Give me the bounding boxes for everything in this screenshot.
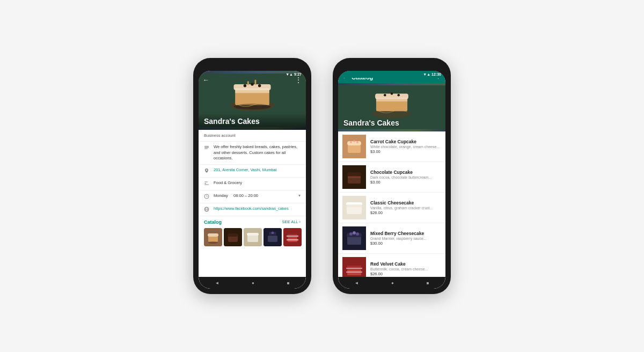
time-display: 9:27 [294,72,302,76]
item-name-4: Mixed Berry Cheesecake [370,231,441,236]
recents-nav-button-2[interactable]: ■ [427,281,429,285]
phone-notch-2 [376,63,408,68]
status-icons-2: ▼▲ 12:30 [423,72,441,76]
catalog-thumbnails [204,228,301,246]
catalog-section: Catalog SEE ALL › [199,216,306,250]
address-text[interactable]: 201, Arenila Corner, Vashi, Mumbai [214,167,276,173]
svg-rect-13 [204,148,208,149]
category-icon [204,181,210,187]
svg-point-14 [206,169,208,171]
profile-content: Business account We offer freshly baked … [199,130,306,277]
info-address: 201, Arenila Corner, Vashi, Mumbai [199,165,306,178]
catalog-item-5[interactable]: Red Velvet Cake Buttermilk, cocoa, cream… [338,254,445,277]
catalog-hero-title: Sandra's Cakes [343,119,399,127]
catalog-item-list: Carrot Cake Cupcake White chocolate, ora… [338,131,445,277]
svg-rect-64 [347,204,362,207]
see-all-button[interactable]: SEE ALL › [282,219,301,224]
recents-nav-button[interactable]: ■ [287,281,290,285]
item-price-4: $30.00 [370,241,441,246]
item-details-3: Classic Cheesecake Vanilla, citrus, grah… [370,200,441,215]
item-desc-4: Grand Marnier, raspberry sauce... [370,237,441,240]
svg-rect-40 [288,231,297,234]
chevron-down-icon[interactable]: ▾ [298,193,301,198]
item-name-3: Classic Cheesecake [370,200,441,206]
phone-business-profile: ▼▲ 9:27 [193,58,311,294]
item-details-5: Red Velvet Cake Buttermilk, cocoa, cream… [370,261,441,276]
svg-point-10 [233,104,270,109]
status-icons: ▼▲ 9:27 [286,72,302,76]
svg-rect-11 [204,146,209,146]
item-image-4 [342,226,366,250]
svg-rect-33 [268,236,277,242]
svg-rect-42 [287,239,298,240]
see-all-text: SEE ALL [282,219,298,224]
svg-rect-60 [348,176,361,178]
category-text: Food & Grocery [214,180,242,186]
svg-rect-28 [228,233,238,237]
svg-rect-31 [247,233,259,236]
svg-rect-47 [376,98,407,101]
catalog-label: Catalog [204,219,222,225]
home-nav-button[interactable]: ● [252,281,254,285]
svg-point-36 [272,231,274,234]
info-hours: Monday 08:00 – 20:00 ▾ [199,190,306,203]
info-description: We offer freshly baked breads, cakes, pa… [199,142,306,165]
catalog-header: Catalog SEE ALL › [204,219,301,225]
info-category: Food & Grocery [199,178,306,190]
status-bar-1: ▼▲ 9:27 [199,71,306,78]
svg-point-48 [384,94,386,97]
svg-point-50 [397,94,400,97]
svg-rect-12 [204,147,209,148]
catalog-thumb-3[interactable] [244,228,262,246]
catalog-hero-image: Sandra's Cakes [338,83,445,131]
svg-rect-15 [204,184,209,185]
description-icon [204,145,210,151]
home-nav-button-2[interactable]: ● [391,281,394,285]
day-label: Monday 08:00 – 20:00 [214,193,258,199]
bottom-navigation-2: ◄ ● ■ [338,277,445,289]
status-bar-2: ▼▲ 12:30 [338,71,445,78]
signal-icon: ▼▲ [286,72,293,76]
item-desc-5: Buttermilk, cocoa, cream cheese... [370,267,441,271]
catalog-item-2[interactable]: Chocolate Cupcake Dark cocoa, chocolate … [338,162,445,193]
svg-point-7 [258,84,261,87]
item-details-4: Mixed Berry Cheesecake Grand Marnier, ra… [370,231,441,246]
item-price-5: $26.00 [370,272,441,276]
item-image-1 [342,135,366,158]
catalog-thumb-4[interactable] [264,228,282,246]
time-display-2: 12:30 [431,72,441,76]
catalog-thumb-2[interactable] [224,228,242,246]
back-nav-button-2[interactable]: ◄ [354,281,358,285]
catalog-thumb-1[interactable] [204,228,222,246]
item-details-2: Chocolate Cupcake Dark cocoa, chocolate … [370,170,441,185]
svg-rect-9 [255,80,257,85]
item-price-3: $26.00 [370,210,441,215]
svg-rect-66 [347,236,361,245]
svg-rect-75 [346,268,362,269]
main-scene: ▼▲ 9:27 [193,58,451,294]
catalog-thumb-5[interactable] [283,228,302,246]
catalog-item-1[interactable]: Carrot Cake Cupcake White chocolate, ora… [338,131,445,162]
svg-point-5 [244,84,246,87]
description-text: We offer freshly baked breads, cakes, pa… [214,144,301,162]
hero-overlay: Sandra's Cakes [199,113,306,130]
svg-point-6 [251,83,253,85]
item-details-1: Carrot Cake Cupcake White chocolate, ora… [370,139,441,154]
location-icon [204,168,210,174]
item-image-2 [342,165,366,189]
phone-screen-1: ▼▲ 9:27 [199,71,306,289]
item-desc-1: White chocolate, orange, cream cheese... [370,145,441,149]
svg-rect-52 [348,144,361,153]
catalog-item-4[interactable]: Mixed Berry Cheesecake Grand Marnier, ra… [338,223,445,254]
website-text[interactable]: https://www.facebook.com/sandras_cakes [214,206,289,212]
svg-rect-4 [235,88,269,93]
back-nav-button[interactable]: ◄ [215,281,219,285]
phone-notch [236,63,268,68]
item-desc-3: Vanilla, citrus, graham cracker crust... [370,206,441,210]
clock-icon [204,194,210,200]
svg-point-69 [353,231,356,234]
item-name-5: Red Velvet Cake [370,261,441,267]
svg-rect-76 [346,272,362,273]
item-desc-2: Dark cocoa, chocolate buttercream... [370,175,441,179]
catalog-item-3[interactable]: Classic Cheesecake Vanilla, citrus, grah… [338,193,445,223]
